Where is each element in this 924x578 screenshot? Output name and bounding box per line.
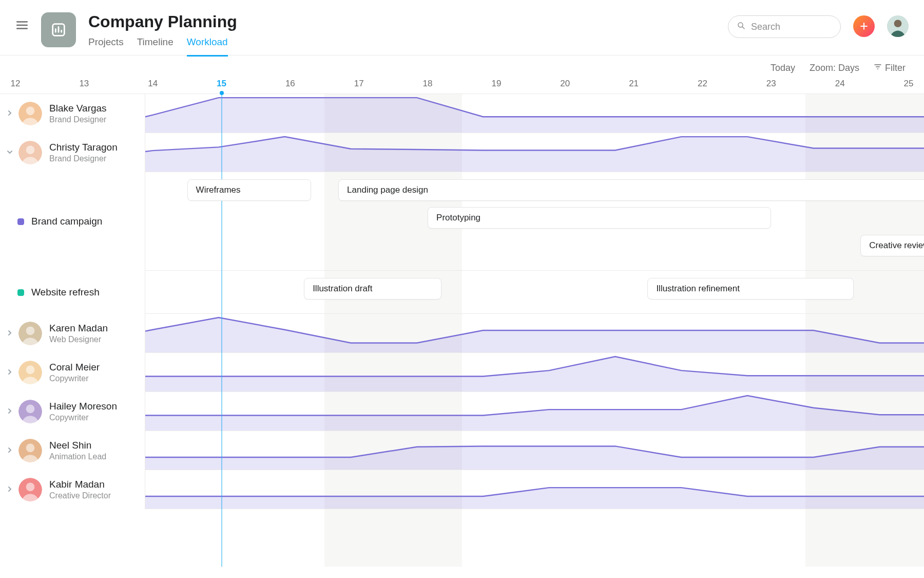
search-field[interactable]: [751, 22, 832, 32]
topbar: Company Planning Projects Timeline Workl…: [0, 0, 924, 55]
day-label: 18: [423, 79, 433, 89]
svg-point-15: [26, 443, 35, 452]
person-info: Christy TaragonBrand Designer: [49, 142, 118, 163]
menu-icon[interactable]: [15, 18, 29, 34]
person-role: Copywriter: [49, 374, 100, 383]
zoom-button[interactable]: Zoom: Days: [810, 63, 859, 73]
person-row: Christy TaragonBrand Designer: [0, 133, 924, 172]
tabs: Projects Timeline Workload: [88, 36, 237, 57]
section-color-dot: [17, 218, 24, 225]
search-input[interactable]: [728, 15, 841, 38]
day-label: 25: [904, 79, 914, 89]
task-bar[interactable]: Illustration refinement: [647, 278, 854, 300]
day-label: 14: [148, 79, 158, 89]
person-name: Coral Meier: [49, 362, 100, 373]
tab-timeline[interactable]: Timeline: [137, 36, 174, 57]
task-bar[interactable]: Illustration draft: [304, 278, 441, 300]
section-track: WireframesLanding page designPrototyping…: [145, 172, 924, 270]
day-label: 21: [629, 79, 639, 89]
task-bar[interactable]: Landing page design: [338, 179, 924, 201]
day-label: 17: [354, 79, 364, 89]
person-sidebar: Hailey MoresonCopywriter: [0, 392, 145, 431]
person-role: Brand Designer: [49, 115, 107, 124]
person-row: Neel ShinAnimation Lead: [0, 431, 924, 470]
person-sidebar: Karen MadanWeb Designer: [0, 314, 145, 353]
expand-toggle[interactable]: [5, 148, 14, 157]
add-button[interactable]: [853, 15, 875, 37]
day-label: 22: [698, 79, 707, 89]
person-name: Kabir Madan: [49, 479, 111, 490]
section-track: Illustration draftIllustration refinemen…: [145, 271, 924, 313]
timeline-header: 1213141516171819202122232425: [0, 79, 924, 94]
section-sidebar: Website refresh: [0, 271, 145, 314]
person-name: Blake Vargas: [49, 103, 107, 114]
filter-button[interactable]: Filter: [874, 63, 906, 73]
person-row: Karen MadanWeb Designer: [0, 314, 924, 353]
person-sidebar: Kabir MadanCreative Director: [0, 470, 145, 509]
day-label: 19: [491, 79, 501, 89]
person-info: Blake VargasBrand Designer: [49, 103, 107, 124]
project-icon: [41, 12, 76, 47]
person-avatar: [18, 102, 42, 125]
user-avatar[interactable]: [887, 15, 909, 37]
task-bar[interactable]: Prototyping: [428, 207, 771, 229]
person-name: Neel Shin: [49, 440, 106, 451]
person-info: Karen MadanWeb Designer: [49, 323, 108, 344]
search-icon: [737, 21, 751, 32]
svg-point-11: [26, 365, 35, 374]
person-avatar: [18, 478, 42, 501]
expand-toggle[interactable]: [5, 407, 14, 416]
person-role: Animation Lead: [49, 452, 106, 461]
person-sidebar: Blake VargasBrand Designer: [0, 94, 145, 133]
section-sidebar: Brand campaign: [0, 172, 145, 271]
workload-track[interactable]: [145, 133, 924, 172]
expand-toggle[interactable]: [5, 109, 14, 118]
workload-track[interactable]: [145, 392, 924, 431]
svg-point-1: [738, 23, 743, 27]
person-name: Karen Madan: [49, 323, 108, 334]
project-section: Brand campaignWireframesLanding page des…: [0, 172, 924, 271]
expand-toggle[interactable]: [5, 446, 14, 455]
task-bar[interactable]: Creative review: [860, 235, 924, 256]
person-role: Copywriter: [49, 413, 117, 422]
person-row: Blake VargasBrand Designer: [0, 94, 924, 133]
person-sidebar: Coral MeierCopywriter: [0, 353, 145, 392]
today-button[interactable]: Today: [771, 63, 795, 73]
person-info: Coral MeierCopywriter: [49, 362, 100, 383]
plus-icon: [859, 21, 869, 31]
person-avatar: [18, 322, 42, 345]
expand-toggle[interactable]: [5, 485, 14, 494]
person-info: Neel ShinAnimation Lead: [49, 440, 106, 461]
view-toolbar: Today Zoom: Days Filter: [0, 55, 924, 79]
section-name: Website refresh: [31, 287, 100, 298]
svg-point-13: [26, 404, 35, 413]
project-section: Website refreshIllustration draftIllustr…: [0, 271, 924, 314]
expand-toggle[interactable]: [5, 329, 14, 338]
svg-point-5: [26, 106, 35, 115]
workload-grid: Blake VargasBrand DesignerChristy Tarago…: [0, 94, 924, 567]
person-row: Hailey MoresonCopywriter: [0, 392, 924, 431]
day-label: 24: [835, 79, 845, 89]
workload-track[interactable]: [145, 314, 924, 352]
workload-track[interactable]: [145, 94, 924, 133]
tab-projects[interactable]: Projects: [88, 36, 124, 57]
person-avatar: [18, 439, 42, 462]
workload-track[interactable]: [145, 353, 924, 391]
filter-icon: [874, 63, 882, 73]
person-row: Kabir MadanCreative Director: [0, 470, 924, 509]
day-label: 20: [560, 79, 570, 89]
workload-track[interactable]: [145, 431, 924, 470]
person-sidebar: Christy TaragonBrand Designer: [0, 133, 145, 172]
tab-workload[interactable]: Workload: [187, 36, 228, 57]
person-role: Brand Designer: [49, 154, 118, 163]
task-bar[interactable]: Wireframes: [187, 179, 311, 201]
svg-point-9: [26, 326, 35, 335]
person-role: Web Designer: [49, 335, 108, 344]
person-info: Kabir MadanCreative Director: [49, 479, 111, 500]
expand-toggle[interactable]: [5, 368, 14, 377]
workload-track[interactable]: [145, 470, 924, 509]
section-color-dot: [17, 289, 24, 296]
person-name: Christy Taragon: [49, 142, 118, 153]
day-label: 23: [766, 79, 776, 89]
svg-point-17: [26, 482, 35, 491]
